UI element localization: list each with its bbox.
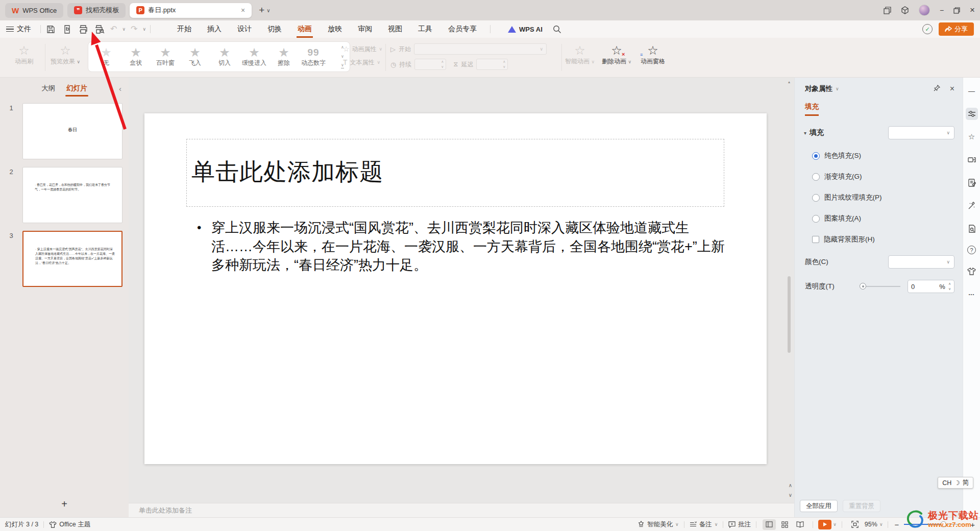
fill-preset-dropdown[interactable]: ∨ <box>888 126 954 139</box>
body-textbox[interactable]: • 穿上汉服来一场沉浸式“国风赏花”、去川西赏梨花同时深入藏区体验地道藏式生活…… <box>194 219 725 275</box>
help-icon[interactable]: ? <box>967 246 976 254</box>
color-dropdown[interactable]: ∨ <box>888 255 954 269</box>
notes-rail-icon[interactable] <box>966 177 978 189</box>
minimize-window-icon[interactable]: − <box>940 6 944 14</box>
ime-indicator[interactable]: CH ☽ 简 <box>938 477 973 489</box>
radio-icon[interactable] <box>812 173 820 181</box>
play-slideshow-button[interactable] <box>818 520 831 529</box>
tab-outline[interactable]: 大纲 <box>41 84 55 93</box>
notes-bar[interactable]: 单击此处添加备注 <box>129 503 794 517</box>
scrollbar-thumb[interactable] <box>788 276 791 353</box>
user-avatar[interactable] <box>919 5 930 16</box>
cloud-saved-icon[interactable]: ✓ <box>922 24 933 34</box>
next-slide-icon[interactable]: ∨ <box>789 492 792 498</box>
save-icon[interactable] <box>45 23 56 35</box>
scroll-up-icon[interactable]: ▴ <box>787 80 792 84</box>
close-window-icon[interactable]: × <box>970 5 975 15</box>
beautify-rail-icon[interactable] <box>966 200 978 212</box>
option-pattern-fill[interactable]: 图案填充(A) <box>795 214 963 223</box>
more-rail-icon[interactable]: ••• <box>966 288 978 300</box>
notes-button[interactable]: 备注 ∨ <box>690 520 718 529</box>
delete-animation-button[interactable]: ☆ × 删除动画 ∨ <box>599 44 634 66</box>
gallery-item-blinds[interactable]: ★ 百叶窗 <box>151 46 180 67</box>
slide-editor[interactable]: 单击此处添加标题 • 穿上汉服来一场沉浸式“国风赏花”、去川西赏梨花同时深入藏区… <box>144 113 767 464</box>
normal-view-button[interactable] <box>763 519 776 530</box>
option-picture-fill[interactable]: 图片或纹理填充(P) <box>795 193 963 202</box>
menu-tools[interactable]: 工具 <box>417 21 433 37</box>
find-rail-icon[interactable] <box>966 223 978 235</box>
checkbox-icon[interactable] <box>812 236 819 243</box>
title-placeholder[interactable]: 单击此处添加标题 <box>186 139 724 207</box>
menu-home[interactable]: 开始 <box>176 21 192 37</box>
previous-slide-icon[interactable]: ∧ <box>789 482 792 488</box>
wps-ai-button[interactable]: WPS AI <box>508 26 543 33</box>
add-slide-button[interactable]: + <box>0 498 129 510</box>
menu-view[interactable]: 视图 <box>387 21 403 37</box>
option-solid-fill[interactable]: 纯色填充(S) <box>795 151 963 160</box>
collapse-rail-icon[interactable]: — <box>966 85 978 97</box>
menu-animation[interactable]: 动画 <box>297 21 313 37</box>
multi-window-icon[interactable] <box>884 7 891 14</box>
zoom-dropdown-icon[interactable]: ∨ <box>879 522 883 527</box>
option-hide-background[interactable]: 隐藏背景图形(H) <box>795 235 963 244</box>
share-button[interactable]: 分享 <box>939 22 974 36</box>
menu-transitions[interactable]: 切换 <box>266 21 283 37</box>
tabs-dropdown-icon[interactable]: ∨ <box>266 8 270 13</box>
transition-rail-icon[interactable] <box>966 154 978 166</box>
menu-slideshow[interactable]: 放映 <box>327 21 343 37</box>
transparency-spinbox[interactable]: 0 % ∧∨ <box>908 280 954 293</box>
theme-button[interactable]: Office 主题 <box>49 520 90 529</box>
radio-icon[interactable] <box>812 194 820 202</box>
menu-member[interactable]: 会员专享 <box>447 21 478 37</box>
print-preview-icon[interactable] <box>94 23 105 35</box>
app-center-icon[interactable] <box>901 6 909 14</box>
zoom-level[interactable]: 95% <box>865 521 877 528</box>
print-icon[interactable] <box>78 23 89 35</box>
spin-down-icon[interactable]: ∨ <box>948 287 951 291</box>
add-tab-icon[interactable]: + <box>259 5 264 16</box>
radio-selected-icon[interactable] <box>812 152 820 160</box>
file-menu[interactable]: 文件 <box>17 25 31 34</box>
gallery-item-wipe[interactable]: ★ 擦除 <box>269 46 299 67</box>
tab-docer-templates[interactable]: ❞ 找稻壳模板 <box>67 3 126 18</box>
animation-pane-button[interactable]: ☆ ≡ 动画窗格 <box>636 44 670 66</box>
animation-rail-icon[interactable]: ☆ <box>966 131 978 143</box>
restore-window-icon[interactable] <box>953 7 960 14</box>
slider-knob[interactable] <box>860 283 866 289</box>
fit-slide-button[interactable] <box>848 519 862 530</box>
skin-icon[interactable] <box>966 265 978 277</box>
menu-review[interactable]: 审阅 <box>357 21 373 37</box>
tab-fill[interactable]: 填充 <box>805 102 819 116</box>
apply-all-button[interactable]: 全部应用 <box>800 500 838 512</box>
gallery-item-box[interactable]: ★ 盒状 <box>121 46 151 67</box>
radio-icon[interactable] <box>812 215 820 223</box>
gallery-item-cut-in[interactable]: ★ 切入 <box>210 46 239 67</box>
hamburger-menu-icon[interactable] <box>6 27 14 32</box>
transparency-slider[interactable] <box>861 286 900 287</box>
export-pdf-icon[interactable] <box>61 23 72 35</box>
pin-icon[interactable] <box>933 84 941 93</box>
collapse-panel-icon[interactable]: ‹ <box>119 84 121 93</box>
close-panel-icon[interactable]: × <box>950 84 954 93</box>
canvas-scrollbar[interactable]: ▴ <box>787 80 792 468</box>
gallery-item-fly-in[interactable]: ★ 飞入 <box>180 46 210 67</box>
search-icon[interactable] <box>553 25 561 34</box>
menu-insert[interactable]: 插入 <box>206 21 223 37</box>
panel-title-dropdown-icon[interactable]: ∨ <box>836 87 839 91</box>
close-tab-icon[interactable]: × <box>241 6 245 14</box>
tab-slides[interactable]: 幻灯片 <box>66 84 87 93</box>
object-properties-icon[interactable] <box>966 108 978 120</box>
slide-thumbnail-1[interactable]: 春日 <box>22 103 122 159</box>
play-options-icon[interactable]: ∨ <box>833 522 837 527</box>
gallery-item-none[interactable]: ★ 无 <box>91 46 121 67</box>
reading-view-button[interactable] <box>793 519 806 530</box>
spin-up-icon[interactable]: ∧ <box>948 282 951 286</box>
slide-thumbnail-2[interactable]: · 春已至，花已开，在和煦的暖阳中，我们迎来了春分节气，一年一度踏春赏花的好时节… <box>22 167 122 223</box>
slide-thumbnail-3-selected[interactable]: · 穿上汉服来一场沉浸式“国风赏花”、去川西赏梨花同时深入藏区体验地道藏式生活…… <box>22 231 122 287</box>
tab-wps-home[interactable]: W WPS Office <box>5 3 63 18</box>
gallery-item-slow-enter[interactable]: ★ 缓慢进入 <box>239 46 269 67</box>
option-gradient-fill[interactable]: 渐变填充(G) <box>795 172 963 181</box>
tab-document[interactable]: P 春日.pptx × <box>130 3 252 18</box>
fill-section-header[interactable]: ▾ 填充 ∨ <box>795 116 963 139</box>
slide-sorter-view-button[interactable] <box>778 519 791 530</box>
